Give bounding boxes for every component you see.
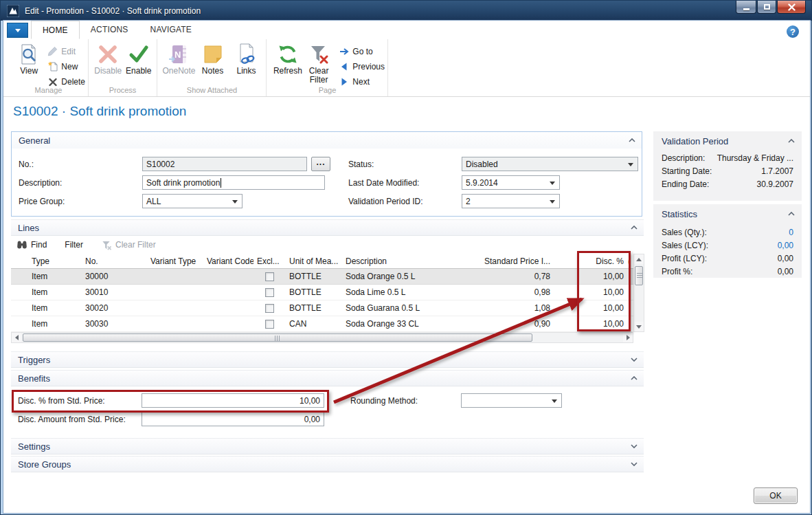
fasttab-store-groups-header[interactable]: Store Groups <box>11 456 644 472</box>
col-variant-type[interactable]: Variant Type <box>147 256 203 266</box>
fasttab-settings-header[interactable]: Settings <box>11 438 644 454</box>
cell-description: Soda Guarana 0.5 L <box>342 303 454 313</box>
cell-disc-pct: 10,00 <box>554 303 627 313</box>
scroll-left-button[interactable] <box>12 333 21 342</box>
notes-button[interactable]: Notes <box>196 43 229 76</box>
group-caption-page: Page <box>267 86 387 94</box>
close-button[interactable] <box>777 1 806 14</box>
lines-horizontal-scrollbar[interactable] <box>11 332 633 343</box>
fasttab-benefits-header[interactable]: Benefits <box>11 370 644 386</box>
col-description[interactable]: Description <box>342 256 454 266</box>
nav-logo-icon <box>7 5 19 17</box>
validation-period-id-combo[interactable]: 2 <box>462 194 560 208</box>
application-menu-button[interactable] <box>7 23 28 38</box>
notes-sticky-icon <box>202 43 224 65</box>
table-row[interactable]: Item 30010 BOTTLE Soda Lime 0.5 L 0,98 1… <box>11 285 633 300</box>
cell-disc-pct: 10,00 <box>554 319 627 329</box>
fasttab-general-header[interactable]: General <box>12 132 642 149</box>
cell-no: 30000 <box>82 272 147 281</box>
scroll-down-button[interactable] <box>634 322 644 331</box>
window-title: Edit - Promotion - S10002 · Soft drink p… <box>25 6 201 16</box>
col-unit-of-measure[interactable]: Unit of Mea... <box>286 256 342 266</box>
no-assist-edit-button[interactable]: ... <box>311 157 330 171</box>
disc-amount-label: Disc. Amount from Std. Price: <box>18 415 126 424</box>
lines-vertical-scrollbar[interactable] <box>633 254 644 332</box>
description-field[interactable]: Soft drink promotion <box>142 175 325 190</box>
links-button[interactable]: Links <box>229 43 263 76</box>
tab-navigate[interactable]: NAVIGATE <box>139 21 203 39</box>
scroll-up-button[interactable] <box>634 254 644 264</box>
tab-home[interactable]: HOME <box>31 21 80 39</box>
validation-period-id-value: 2 <box>466 197 471 206</box>
excl-checkbox[interactable] <box>265 288 274 297</box>
disc-pct-field[interactable]: 10,00 <box>142 393 324 408</box>
links-chain-icon <box>236 43 258 65</box>
col-type[interactable]: Type <box>28 256 82 266</box>
onenote-button-label: OneNote <box>162 67 195 76</box>
scrollbar-arrow-icon <box>15 335 19 340</box>
filter-button[interactable]: Filter <box>65 240 83 250</box>
ok-button[interactable]: OK <box>754 487 798 504</box>
excl-checkbox[interactable] <box>265 320 274 329</box>
vertical-scroll-thumb[interactable] <box>635 266 643 285</box>
group-caption-manage: Manage <box>9 86 88 94</box>
enable-button[interactable]: Enable <box>124 43 155 76</box>
tab-actions[interactable]: ACTIONS <box>80 21 139 39</box>
col-excl[interactable]: Excl... <box>253 256 286 266</box>
col-disc-pct[interactable]: Disc. % <box>554 256 627 266</box>
find-button-label: Find <box>31 240 47 250</box>
clear-filter-lines-button[interactable]: Clear Filter <box>101 240 156 250</box>
fasttab-triggers-header[interactable]: Triggers <box>11 351 644 368</box>
last-date-modified-combo[interactable]: 5.9.2014 <box>462 175 560 190</box>
scrollbar-arrow-icon <box>636 258 642 261</box>
goto-button[interactable]: Go to <box>339 44 385 59</box>
maximize-button[interactable] <box>757 1 776 14</box>
scroll-right-button[interactable] <box>623 333 633 342</box>
fasttab-lines-header[interactable]: Lines <box>11 219 644 236</box>
stat-sales-qty-value[interactable]: 0 <box>789 226 793 239</box>
price-group-combo[interactable]: ALL <box>142 194 243 208</box>
table-row[interactable]: Item 30030 CAN Soda Orange 33 CL 0,90 10… <box>11 316 633 332</box>
excl-checkbox[interactable] <box>265 304 274 313</box>
minimize-button[interactable] <box>736 1 756 14</box>
onenote-button[interactable]: N OneNote <box>162 43 196 76</box>
filter-button-label: Filter <box>65 240 83 250</box>
group-caption-process: Process <box>89 86 157 94</box>
ribbon-tab-row: HOME ACTIONS NAVIGATE ? <box>3 21 810 39</box>
disable-button[interactable]: Disable <box>93 43 124 76</box>
ribbon-group-manage: View Edit New <box>9 39 89 96</box>
edit-button[interactable]: Edit <box>47 44 85 59</box>
stat-sales-lcy-value[interactable]: 0,00 <box>778 239 793 252</box>
svg-text:N: N <box>174 50 181 60</box>
new-button-label: New <box>61 62 78 72</box>
status-combo[interactable]: Disabled <box>462 157 638 171</box>
clear-filter-button[interactable]: Clear Filter <box>304 43 333 85</box>
col-no[interactable]: No. <box>82 256 147 266</box>
factbox-validation-period: Validation Period Description: Thursday … <box>653 131 802 201</box>
horizontal-scroll-thumb[interactable] <box>23 333 532 342</box>
store-groups-header-label: Store Groups <box>18 459 71 470</box>
price-group-value: ALL <box>146 197 161 206</box>
find-button[interactable]: Find <box>16 240 47 250</box>
view-button[interactable]: View <box>13 43 45 76</box>
no-field[interactable]: S10002 <box>142 157 307 171</box>
enable-check-icon <box>128 43 150 65</box>
stat-profit-pct-value: 0,00 <box>778 265 793 278</box>
refresh-icon <box>277 43 299 65</box>
rounding-method-combo[interactable] <box>461 393 562 408</box>
table-row[interactable]: Item 30000 BOTTLE Soda Orange 0.5 L 0,78… <box>11 269 633 285</box>
validation-period-header[interactable]: Validation Period <box>653 131 802 146</box>
col-variant-code[interactable]: Variant Code <box>203 256 253 266</box>
col-standard-price[interactable]: Standard Price I... <box>454 256 554 266</box>
table-row[interactable]: Item 30020 BOTTLE Soda Guarana 0.5 L 1,0… <box>11 300 633 316</box>
new-button[interactable]: New <box>47 59 85 74</box>
previous-button[interactable]: Previous <box>339 59 385 74</box>
excl-checkbox[interactable] <box>265 272 274 281</box>
help-icon[interactable]: ? <box>787 25 799 38</box>
refresh-button[interactable]: Refresh <box>271 43 304 76</box>
clear-filter-funnel-icon <box>308 43 330 65</box>
scrollbar-arrow-icon <box>627 335 630 340</box>
disc-amount-field[interactable]: 0,00 <box>142 412 324 426</box>
factbox-row: Ending Date: 30.9.2007 <box>662 178 793 191</box>
statistics-header[interactable]: Statistics <box>653 204 802 219</box>
